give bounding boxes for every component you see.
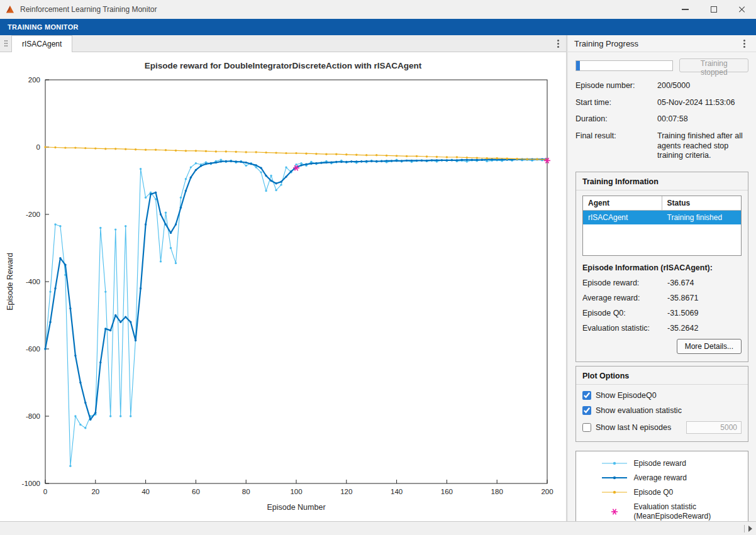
progress-options-button[interactable]: [736, 43, 752, 45]
svg-text:80: 80: [242, 488, 250, 495]
training-stats: Episode number: 200/5000 Start time: 05-…: [575, 81, 748, 168]
show-episodeq0-checkbox[interactable]: [582, 391, 591, 400]
more-details-button[interactable]: More Details...: [677, 339, 742, 354]
episode-stat-label: Episode Q0:: [582, 309, 667, 317]
episode-stat-row: Evaluation statistic: -35.2642: [582, 324, 742, 333]
option-show-episodeq0[interactable]: Show EpisodeQ0: [582, 391, 742, 400]
status-cell: Training finished: [662, 211, 742, 224]
status-column-header[interactable]: Status: [662, 196, 742, 210]
window-title: Reinforcement Learning Training Monitor: [20, 5, 666, 14]
episode-reward-line-icon: [601, 459, 628, 468]
tab-drag-handle[interactable]: [0, 35, 10, 52]
chart-title: Episode reward for DoubleIntegratorDiscr…: [0, 52, 566, 74]
app-window: Reinforcement Learning Training Monitor …: [0, 0, 756, 535]
kebab-icon: [557, 43, 559, 45]
svg-text:120: 120: [340, 488, 352, 495]
legend-label: Episode Q0: [634, 488, 674, 497]
svg-text:-200: -200: [26, 211, 40, 218]
episode-stat-row: Episode Q0: -31.5069: [582, 309, 742, 317]
show-last-n-episodes-checkbox[interactable]: [582, 423, 591, 432]
progress-fill: [576, 61, 580, 70]
maximize-button[interactable]: [699, 0, 728, 19]
matlab-logo-icon: [5, 4, 15, 14]
svg-text:-800: -800: [26, 412, 40, 420]
close-button[interactable]: [728, 0, 756, 19]
plot-options-title: Plot Options: [576, 372, 748, 385]
tab-risacagent[interactable]: rISACAgent: [11, 35, 72, 52]
chart-options-button[interactable]: [550, 35, 566, 52]
svg-text:200: 200: [541, 488, 553, 495]
stat-row: Start time: 05-Nov-2024 11:53:06: [575, 98, 748, 108]
grip-icon: [4, 40, 6, 41]
table-header: Agent Status: [583, 196, 741, 211]
statusbar-divider: [744, 525, 745, 532]
legend-entry-episode-reward: Episode reward: [601, 459, 724, 468]
training-information-box: Training Information Agent Status rISACA…: [575, 172, 748, 362]
agent-status-table: Agent Status rISACAgent Training finishe…: [582, 196, 742, 256]
legend-entry-episode-q0: Episode Q0: [601, 488, 724, 497]
option-show-last-n-episodes[interactable]: Show last N episodes: [582, 421, 742, 434]
table-row[interactable]: rISACAgent Training finished: [583, 211, 741, 224]
training-chart: 020406080100120140160180200-1000-800-600…: [3, 74, 564, 519]
maximize-icon: [711, 6, 717, 13]
legend-label: Average reward: [634, 473, 687, 483]
option-label: Show EpisodeQ0: [596, 391, 657, 400]
svg-text:60: 60: [192, 488, 200, 495]
svg-text:-1000: -1000: [22, 480, 40, 487]
stat-row: Duration: 00:07:58: [575, 114, 748, 124]
stat-row: Final result: Training finished after al…: [575, 131, 748, 161]
svg-text:160: 160: [441, 488, 453, 495]
episode-stat-label: Episode reward:: [582, 279, 667, 287]
svg-text:20: 20: [91, 488, 99, 495]
agent-column-header[interactable]: Agent: [583, 196, 662, 210]
episode-stat-row: Average reward: -35.8671: [582, 294, 742, 302]
evaluation-statistic-asterisk-icon: [601, 504, 628, 520]
legend-label: Episode reward: [634, 459, 686, 468]
last-n-episodes-input[interactable]: [686, 421, 742, 434]
episode-q0-line-icon: [601, 488, 628, 497]
panel-title: Training Progress: [574, 39, 638, 48]
expand-panel-arrow-icon[interactable]: [748, 526, 752, 532]
legend-entry-evaluation-statistic: Evaluation statistic (MeanEpisodeReward): [601, 502, 724, 521]
training-stopped-button[interactable]: Training stopped: [679, 58, 748, 72]
svg-text:40: 40: [142, 488, 150, 495]
svg-text:100: 100: [290, 488, 302, 495]
svg-text:200: 200: [28, 76, 40, 84]
chart-panel: rISACAgent Episode reward for DoubleInte…: [0, 35, 566, 521]
option-label: Show last N episodes: [596, 423, 671, 432]
stat-value: Training finished after all agents reach…: [657, 131, 748, 161]
kebab-icon: [743, 43, 745, 45]
svg-text:0: 0: [36, 143, 40, 151]
minimize-button[interactable]: [671, 0, 699, 19]
episode-stat-label: Average reward:: [582, 294, 667, 302]
episode-stat-value: -35.2642: [667, 324, 698, 333]
training-information-title: Training Information: [576, 177, 748, 190]
episode-stat-row: Episode reward: -36.674: [582, 279, 742, 287]
episode-information-title: Episode Information (rISACAgent):: [582, 263, 742, 272]
stat-label: Episode number:: [575, 81, 657, 91]
stat-value: 05-Nov-2024 11:53:06: [657, 98, 748, 108]
option-label: Show evaluation statistic: [596, 406, 682, 415]
close-icon: [738, 6, 746, 13]
svg-text:-400: -400: [26, 278, 40, 285]
show-evaluation-statistic-checkbox[interactable]: [582, 406, 591, 415]
svg-text:0: 0: [43, 488, 47, 495]
svg-text:140: 140: [391, 488, 403, 495]
chart-legend: Episode reward Average reward Episode Q0…: [575, 451, 748, 521]
episode-stat-value: -31.5069: [667, 309, 698, 317]
episode-stat-label: Evaluation statistic:: [582, 324, 667, 333]
svg-text:-600: -600: [26, 345, 40, 353]
stat-label: Start time:: [575, 98, 657, 108]
stat-label: Final result:: [575, 131, 657, 161]
stat-value: 00:07:58: [657, 114, 748, 124]
option-show-evaluation-statistic[interactable]: Show evaluation statistic: [582, 406, 742, 415]
stat-value: 200/5000: [657, 81, 748, 91]
tab-label: rISACAgent: [22, 40, 62, 48]
ribbon-tab-training-monitor[interactable]: TRAINING MONITOR: [8, 23, 79, 31]
chart-area: Episode reward for DoubleIntegratorDiscr…: [0, 52, 566, 521]
minimize-icon: [682, 9, 689, 10]
legend-entry-average-reward: Average reward: [601, 473, 724, 483]
average-reward-line-icon: [601, 473, 628, 482]
agent-cell: rISACAgent: [583, 211, 662, 224]
episode-stat-value: -35.8671: [667, 294, 698, 302]
